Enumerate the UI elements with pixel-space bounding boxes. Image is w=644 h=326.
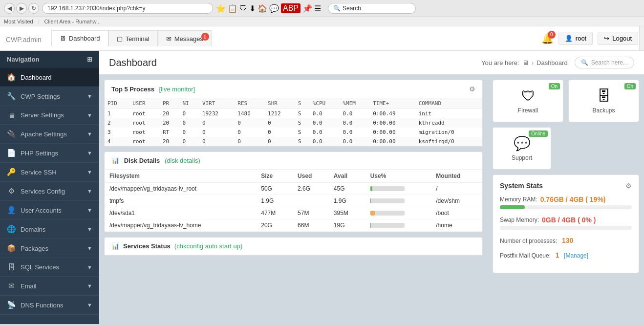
sidebar-item-services-config[interactable]: ⚙ Services Config ▼	[0, 182, 99, 201]
system-stats-settings-button[interactable]: ⚙	[625, 182, 632, 190]
dashboard-tab-icon: 🖥	[60, 35, 66, 42]
col-used: Used	[293, 170, 329, 183]
sidebar-item-dashboard[interactable]: 🏠 Dashboard	[0, 68, 99, 87]
home-icon: 🏠	[7, 73, 16, 82]
memory-ram-stat: Memory RAM: 0.76GB / 4GB ( 19%)	[500, 196, 632, 209]
sidebar-item-user-accounts[interactable]: 👤 User Accounts ▼	[0, 201, 99, 220]
domains-icon: 🌐	[7, 225, 16, 234]
sidebar-sql-label: SQL Services	[21, 263, 59, 271]
backups-card[interactable]: On 🗄 Backups	[568, 80, 639, 122]
scrollbar-track[interactable]	[639, 26, 644, 50]
breadcrumb-label: You are here:	[481, 59, 519, 66]
dns-icon: 📡	[7, 301, 16, 309]
col-shr: SHR	[265, 98, 295, 109]
user-accounts-icon: 👤	[7, 206, 16, 215]
bell-badge: 0	[548, 31, 556, 39]
sidebar-item-apache-settings[interactable]: 🔌 Apache Settings ▼	[0, 125, 99, 144]
bookmark-most-visited[interactable]: Most Visited	[4, 19, 33, 24]
sidebar-item-packages[interactable]: 📦 Packages ▼	[0, 239, 99, 258]
table-row: 2root200000S0.00.00:00.00kthreadd	[105, 118, 482, 128]
table-row: /dev/sda1477M57M395M /boot	[105, 207, 482, 219]
top5-settings-button[interactable]: ⚙	[469, 85, 475, 93]
col-ni: NI	[179, 98, 199, 109]
services-header: 📊 Services Status (chkconfig auto start …	[105, 238, 482, 255]
content-area: Dashboard You are here: 🖥 › Dashboard 🔍 …	[99, 51, 644, 324]
sidebar-services-label: Services Config	[21, 188, 65, 195]
url-bar[interactable]: 192.168.1.237:2030/index.php?chk=y	[42, 3, 213, 14]
memory-label: Memory RAM:	[500, 196, 537, 203]
swap-progress-bg	[500, 226, 632, 230]
tab-dashboard[interactable]: 🖥 Dashboard	[51, 30, 108, 46]
table-row: 1root2001923214801212S0.00.00:00.49init	[105, 109, 482, 119]
services-status-widget: 📊 Services Status (chkconfig auto start …	[104, 237, 483, 256]
firewall-card[interactable]: On 🛡 Firewall	[493, 80, 563, 122]
forward-button[interactable]: ▶	[16, 3, 27, 14]
sidebar-item-cwp-settings[interactable]: 🔧 CWP Settings ▼	[0, 87, 99, 106]
mail-queue-value: 1	[556, 251, 559, 259]
services-title: Services Status	[123, 242, 171, 250]
processes-stat: Number of processes: 130	[500, 237, 632, 244]
chevron-down-icon-11: ▼	[87, 283, 92, 289]
top5-header: Top 5 Process [live monitor] ⚙	[105, 80, 482, 98]
chkconfig-link[interactable]: (chkconfig auto start up)	[174, 242, 242, 250]
live-monitor-link[interactable]: [live monitor]	[159, 86, 195, 93]
bookmark-client-area[interactable]: Client Area - Rumahw...	[44, 19, 101, 24]
back-button[interactable]: ◀	[4, 3, 15, 14]
dashboard-body: Top 5 Process [live monitor] ⚙ PID USE	[99, 75, 644, 278]
firewall-label: Firewall	[503, 107, 553, 114]
system-stats-card: System Stats ⚙ Memory RAM: 0.76GB / 4GB …	[493, 174, 639, 273]
packages-icon: 📦	[7, 244, 16, 253]
mail-queue-stat: Postfix Mail Queue: 1 [Manage]	[500, 251, 632, 259]
col-usepct: Use%	[365, 170, 431, 183]
app-logo: CWP.admin	[6, 32, 42, 45]
disk-header: 📊 Disk Details (disk details)	[105, 152, 482, 170]
sidebar-item-service-ssh[interactable]: 🔑 Service SSH ▼	[0, 163, 99, 182]
sidebar-item-php-settings[interactable]: 📄 PHP Settings ▼	[0, 144, 99, 163]
tab-terminal[interactable]: ▢ Terminal	[108, 30, 158, 46]
breadcrumb: You are here: 🖥 › Dashboard	[481, 59, 568, 66]
reload-button[interactable]: ↻	[28, 3, 39, 14]
firewall-icon: 🛡	[503, 88, 553, 104]
dashboard-header: Dashboard You are here: 🖥 › Dashboard 🔍 …	[99, 51, 644, 75]
sidebar-packages-label: Packages	[21, 245, 48, 252]
terminal-tab-label: Terminal	[126, 35, 150, 43]
browser-search-bar[interactable]: 🔍 Search	[328, 3, 416, 14]
bookmarks-bar: Most Visited | Client Area - Rumahw...	[0, 17, 644, 26]
sidebar-item-email[interactable]: ✉ Email ▼	[0, 277, 99, 296]
chevron-down-icon-5: ▼	[87, 169, 92, 175]
chevron-down-icon-7: ▼	[87, 207, 92, 213]
memory-progress-bg	[500, 205, 632, 209]
table-row: 3rootRT0000S0.00.00:00.00migration/0	[105, 128, 482, 137]
browser-search-placeholder: Search	[343, 5, 361, 12]
logout-button[interactable]: ↪ Logout	[598, 32, 638, 45]
disk-body: Filesystem Size Used Avail Use% Mounted …	[105, 170, 482, 232]
disk-chart-icon: 📊	[111, 157, 119, 164]
col-s: S	[295, 98, 310, 109]
process-table: PID USER PR NI VIRT RES SHR S %CPU	[105, 98, 482, 146]
sidebar-item-domains[interactable]: 🌐 Domains ▼	[0, 220, 99, 239]
sidebar-nav-label: Navigation	[7, 56, 39, 63]
notification-bell[interactable]: 🔔 0	[541, 33, 554, 44]
sidebar-toggle-icon[interactable]: ⊞	[87, 56, 92, 63]
support-icon: 💬	[503, 135, 541, 152]
browser-chrome: ◀ ▶ ↻ 192.168.1.237:2030/index.php?chk=y…	[0, 0, 644, 17]
top5-body: PID USER PR NI VIRT RES SHR S %CPU	[105, 98, 482, 146]
swap-value: 0GB / 4GB ( 0% )	[542, 216, 596, 224]
sidebar-item-dns-functions[interactable]: 📡 DNS Functions ▼	[0, 296, 99, 315]
logout-label: Logout	[612, 35, 632, 42]
manage-link[interactable]: [Manage]	[564, 252, 588, 259]
ssh-icon: 🔑	[7, 168, 16, 176]
browser-nav-buttons[interactable]: ◀ ▶ ↻	[4, 3, 39, 14]
sidebar-item-server-settings[interactable]: 🖥 Server Settings ▼	[0, 106, 99, 125]
support-label: Support	[503, 154, 541, 161]
table-row: 4root200000S0.00.00:00.00ksoftirqd/0	[105, 137, 482, 146]
sidebar-item-sql-services[interactable]: 🗄 SQL Services ▼	[0, 258, 99, 277]
messages-badge: 0	[201, 33, 209, 41]
breadcrumb-home-icon: 🖥	[522, 59, 529, 66]
dashboard-search-box[interactable]: 🔍 Search here...	[575, 57, 634, 68]
tab-messages[interactable]: ✉ Messages 0	[158, 30, 212, 46]
table-row: /dev/mapper/vg_tridayaas-lv_home20G66M19…	[105, 219, 482, 232]
support-card[interactable]: Online 💬 Support	[493, 127, 551, 170]
disk-details-link[interactable]: (disk details)	[165, 157, 200, 164]
user-button[interactable]: 👤 root	[558, 32, 593, 45]
